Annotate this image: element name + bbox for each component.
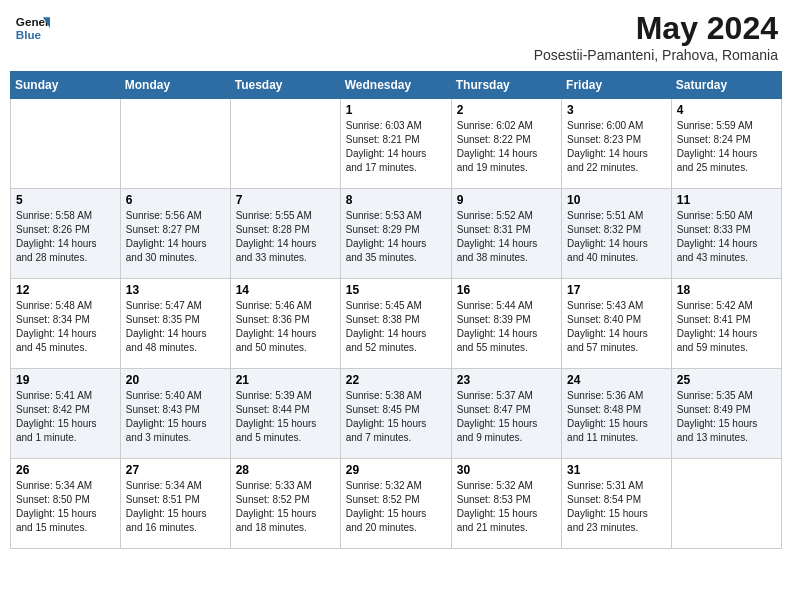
calendar-cell: 7Sunrise: 5:55 AM Sunset: 8:28 PM Daylig… — [230, 189, 340, 279]
day-info: Sunrise: 5:41 AM Sunset: 8:42 PM Dayligh… — [16, 389, 115, 445]
day-info: Sunrise: 5:56 AM Sunset: 8:27 PM Dayligh… — [126, 209, 225, 265]
day-number: 25 — [677, 373, 776, 387]
day-info: Sunrise: 5:48 AM Sunset: 8:34 PM Dayligh… — [16, 299, 115, 355]
day-number: 18 — [677, 283, 776, 297]
calendar-cell: 17Sunrise: 5:43 AM Sunset: 8:40 PM Dayli… — [562, 279, 672, 369]
day-info: Sunrise: 6:03 AM Sunset: 8:21 PM Dayligh… — [346, 119, 446, 175]
calendar-table: SundayMondayTuesdayWednesdayThursdayFrid… — [10, 71, 782, 549]
day-info: Sunrise: 5:36 AM Sunset: 8:48 PM Dayligh… — [567, 389, 666, 445]
calendar-cell: 29Sunrise: 5:32 AM Sunset: 8:52 PM Dayli… — [340, 459, 451, 549]
day-info: Sunrise: 5:40 AM Sunset: 8:43 PM Dayligh… — [126, 389, 225, 445]
day-number: 19 — [16, 373, 115, 387]
calendar-cell: 31Sunrise: 5:31 AM Sunset: 8:54 PM Dayli… — [562, 459, 672, 549]
svg-text:General: General — [16, 15, 50, 28]
day-number: 22 — [346, 373, 446, 387]
calendar-cell: 13Sunrise: 5:47 AM Sunset: 8:35 PM Dayli… — [120, 279, 230, 369]
day-number: 21 — [236, 373, 335, 387]
day-info: Sunrise: 5:38 AM Sunset: 8:45 PM Dayligh… — [346, 389, 446, 445]
day-info: Sunrise: 5:34 AM Sunset: 8:51 PM Dayligh… — [126, 479, 225, 535]
svg-text:Blue: Blue — [16, 28, 42, 41]
day-info: Sunrise: 5:43 AM Sunset: 8:40 PM Dayligh… — [567, 299, 666, 355]
day-number: 31 — [567, 463, 666, 477]
calendar-cell: 23Sunrise: 5:37 AM Sunset: 8:47 PM Dayli… — [451, 369, 561, 459]
day-info: Sunrise: 5:55 AM Sunset: 8:28 PM Dayligh… — [236, 209, 335, 265]
day-number: 1 — [346, 103, 446, 117]
calendar-cell: 26Sunrise: 5:34 AM Sunset: 8:50 PM Dayli… — [11, 459, 121, 549]
day-number: 12 — [16, 283, 115, 297]
day-info: Sunrise: 5:50 AM Sunset: 8:33 PM Dayligh… — [677, 209, 776, 265]
day-info: Sunrise: 5:39 AM Sunset: 8:44 PM Dayligh… — [236, 389, 335, 445]
day-info: Sunrise: 5:51 AM Sunset: 8:32 PM Dayligh… — [567, 209, 666, 265]
day-number: 7 — [236, 193, 335, 207]
day-number: 30 — [457, 463, 556, 477]
day-info: Sunrise: 5:34 AM Sunset: 8:50 PM Dayligh… — [16, 479, 115, 535]
dow-wednesday: Wednesday — [340, 72, 451, 99]
day-info: Sunrise: 5:32 AM Sunset: 8:52 PM Dayligh… — [346, 479, 446, 535]
calendar-cell: 14Sunrise: 5:46 AM Sunset: 8:36 PM Dayli… — [230, 279, 340, 369]
day-number: 2 — [457, 103, 556, 117]
day-info: Sunrise: 5:35 AM Sunset: 8:49 PM Dayligh… — [677, 389, 776, 445]
day-info: Sunrise: 5:37 AM Sunset: 8:47 PM Dayligh… — [457, 389, 556, 445]
calendar-cell: 16Sunrise: 5:44 AM Sunset: 8:39 PM Dayli… — [451, 279, 561, 369]
dow-tuesday: Tuesday — [230, 72, 340, 99]
day-number: 4 — [677, 103, 776, 117]
logo-icon: General Blue — [14, 10, 50, 46]
calendar-cell: 21Sunrise: 5:39 AM Sunset: 8:44 PM Dayli… — [230, 369, 340, 459]
calendar-cell: 18Sunrise: 5:42 AM Sunset: 8:41 PM Dayli… — [671, 279, 781, 369]
calendar-cell — [230, 99, 340, 189]
day-number: 28 — [236, 463, 335, 477]
day-info: Sunrise: 5:32 AM Sunset: 8:53 PM Dayligh… — [457, 479, 556, 535]
calendar-cell: 20Sunrise: 5:40 AM Sunset: 8:43 PM Dayli… — [120, 369, 230, 459]
day-info: Sunrise: 5:42 AM Sunset: 8:41 PM Dayligh… — [677, 299, 776, 355]
calendar-cell: 1Sunrise: 6:03 AM Sunset: 8:21 PM Daylig… — [340, 99, 451, 189]
day-info: Sunrise: 5:59 AM Sunset: 8:24 PM Dayligh… — [677, 119, 776, 175]
day-number: 26 — [16, 463, 115, 477]
day-info: Sunrise: 5:52 AM Sunset: 8:31 PM Dayligh… — [457, 209, 556, 265]
dow-friday: Friday — [562, 72, 672, 99]
title-block: May 2024 Posestii-Pamanteni, Prahova, Ro… — [534, 10, 778, 63]
day-info: Sunrise: 5:53 AM Sunset: 8:29 PM Dayligh… — [346, 209, 446, 265]
logo: General Blue — [14, 10, 50, 46]
day-info: Sunrise: 5:47 AM Sunset: 8:35 PM Dayligh… — [126, 299, 225, 355]
day-info: Sunrise: 5:31 AM Sunset: 8:54 PM Dayligh… — [567, 479, 666, 535]
location-subtitle: Posestii-Pamanteni, Prahova, Romania — [534, 47, 778, 63]
day-info: Sunrise: 6:02 AM Sunset: 8:22 PM Dayligh… — [457, 119, 556, 175]
calendar-cell: 12Sunrise: 5:48 AM Sunset: 8:34 PM Dayli… — [11, 279, 121, 369]
day-number: 27 — [126, 463, 225, 477]
page-header: General Blue May 2024 Posestii-Pamanteni… — [10, 10, 782, 63]
calendar-cell: 10Sunrise: 5:51 AM Sunset: 8:32 PM Dayli… — [562, 189, 672, 279]
calendar-cell: 19Sunrise: 5:41 AM Sunset: 8:42 PM Dayli… — [11, 369, 121, 459]
calendar-cell: 28Sunrise: 5:33 AM Sunset: 8:52 PM Dayli… — [230, 459, 340, 549]
day-info: Sunrise: 5:46 AM Sunset: 8:36 PM Dayligh… — [236, 299, 335, 355]
day-number: 29 — [346, 463, 446, 477]
calendar-cell — [671, 459, 781, 549]
day-number: 16 — [457, 283, 556, 297]
calendar-cell: 9Sunrise: 5:52 AM Sunset: 8:31 PM Daylig… — [451, 189, 561, 279]
day-number: 14 — [236, 283, 335, 297]
day-number: 5 — [16, 193, 115, 207]
month-title: May 2024 — [534, 10, 778, 47]
dow-monday: Monday — [120, 72, 230, 99]
calendar-cell: 25Sunrise: 5:35 AM Sunset: 8:49 PM Dayli… — [671, 369, 781, 459]
calendar-cell: 27Sunrise: 5:34 AM Sunset: 8:51 PM Dayli… — [120, 459, 230, 549]
day-number: 20 — [126, 373, 225, 387]
calendar-cell — [11, 99, 121, 189]
day-info: Sunrise: 5:45 AM Sunset: 8:38 PM Dayligh… — [346, 299, 446, 355]
day-info: Sunrise: 5:58 AM Sunset: 8:26 PM Dayligh… — [16, 209, 115, 265]
calendar-cell: 5Sunrise: 5:58 AM Sunset: 8:26 PM Daylig… — [11, 189, 121, 279]
day-number: 24 — [567, 373, 666, 387]
day-number: 13 — [126, 283, 225, 297]
day-info: Sunrise: 5:33 AM Sunset: 8:52 PM Dayligh… — [236, 479, 335, 535]
calendar-cell — [120, 99, 230, 189]
calendar-cell: 2Sunrise: 6:02 AM Sunset: 8:22 PM Daylig… — [451, 99, 561, 189]
calendar-cell: 3Sunrise: 6:00 AM Sunset: 8:23 PM Daylig… — [562, 99, 672, 189]
day-info: Sunrise: 5:44 AM Sunset: 8:39 PM Dayligh… — [457, 299, 556, 355]
day-number: 8 — [346, 193, 446, 207]
dow-sunday: Sunday — [11, 72, 121, 99]
day-number: 15 — [346, 283, 446, 297]
day-number: 23 — [457, 373, 556, 387]
day-number: 9 — [457, 193, 556, 207]
calendar-cell: 6Sunrise: 5:56 AM Sunset: 8:27 PM Daylig… — [120, 189, 230, 279]
day-number: 11 — [677, 193, 776, 207]
calendar-cell: 15Sunrise: 5:45 AM Sunset: 8:38 PM Dayli… — [340, 279, 451, 369]
